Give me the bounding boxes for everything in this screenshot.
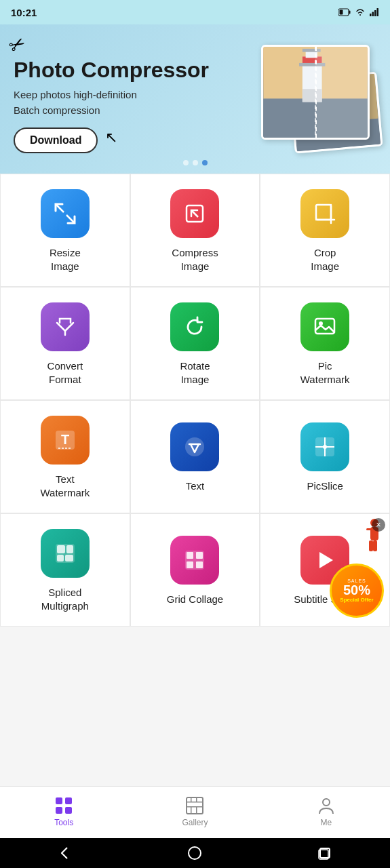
svg-point-36 — [185, 437, 204, 456]
svg-rect-2 — [340, 10, 343, 15]
tool-label-compress-image: Compress Image — [172, 246, 218, 273]
status-bar: 10:21 — [0, 0, 390, 24]
svg-rect-4 — [372, 12, 374, 17]
banner-title: Photo Compressor — [14, 58, 376, 82]
dot-3 — [202, 160, 208, 165]
nav-item-gallery[interactable]: Gallery — [168, 793, 221, 830]
tool-item-pic-watermark[interactable]: Pic Watermark — [260, 287, 390, 400]
svg-rect-3 — [370, 14, 372, 16]
system-nav — [0, 838, 390, 868]
bottom-nav: Tools Gallery Me — [0, 786, 390, 838]
svg-rect-45 — [57, 555, 64, 561]
svg-rect-68 — [191, 806, 192, 814]
svg-rect-46 — [65, 555, 73, 561]
svg-rect-67 — [187, 806, 203, 808]
svg-rect-59 — [56, 797, 62, 804]
tool-item-subtitle-stitch[interactable]: Subtitle Stitch× SALES 50% Special Offer — [260, 513, 390, 627]
tool-item-compress-image[interactable]: Compress Image — [130, 174, 260, 287]
svg-rect-43 — [57, 545, 65, 553]
svg-rect-62 — [65, 807, 72, 814]
svg-rect-63 — [187, 797, 203, 814]
svg-rect-1 — [349, 11, 351, 14]
svg-rect-51 — [196, 561, 203, 568]
status-icons — [338, 8, 379, 16]
tool-item-spliced-multigraph[interactable]: Spliced Multigraph — [0, 513, 130, 627]
tools-grid: Resize ImageCompress ImageCrop ImageConv… — [0, 174, 390, 627]
svg-rect-58 — [373, 540, 377, 551]
home-button[interactable] — [182, 841, 207, 865]
tool-item-text[interactable]: Text — [130, 400, 260, 513]
nav-label-me: Me — [320, 818, 332, 827]
tool-item-convert-format[interactable]: Convert Format — [0, 287, 130, 400]
tool-icon-compress-image — [170, 189, 219, 238]
svg-line-23 — [56, 204, 64, 212]
tool-icon-text-watermark: T — [41, 416, 90, 465]
svg-text:T: T — [61, 432, 69, 447]
tool-icon-picslice — [300, 422, 349, 471]
tool-label-pic-watermark: Pic Watermark — [300, 359, 350, 386]
svg-rect-20 — [303, 49, 321, 52]
svg-rect-55 — [366, 528, 372, 530]
gallery-icon — [185, 796, 204, 815]
tool-label-text: Text — [186, 479, 205, 493]
special-offer-percent: 50% — [343, 583, 370, 597]
recents-button[interactable] — [313, 841, 337, 865]
tool-item-rotate-image[interactable]: Rotate Image — [130, 287, 260, 400]
svg-rect-66 — [196, 797, 197, 802]
tool-icon-grid-collage — [170, 536, 219, 585]
svg-rect-31 — [315, 319, 334, 334]
svg-rect-61 — [56, 807, 62, 814]
tool-label-picslice: PicSlice — [307, 479, 343, 493]
svg-rect-69 — [196, 806, 197, 814]
nav-item-me[interactable]: Me — [303, 793, 349, 830]
tool-item-grid-collage[interactable]: Grid Collage — [130, 513, 260, 627]
wifi-icon — [355, 8, 366, 16]
signal-icon — [370, 8, 379, 16]
tool-label-resize-image: Resize Image — [50, 246, 81, 273]
banner: ✂ Photo Compressor Keep photos high-defi… — [0, 24, 390, 174]
special-offer-text: Special Offer — [340, 597, 373, 603]
tool-icon-crop-image — [300, 189, 349, 238]
svg-rect-49 — [196, 552, 203, 559]
tool-item-text-watermark[interactable]: TText Watermark — [0, 400, 130, 513]
scissors-icon: ✂ — [5, 31, 29, 58]
svg-point-70 — [323, 799, 330, 806]
nav-label-tools: Tools — [54, 818, 73, 827]
svg-rect-64 — [187, 802, 203, 803]
tool-item-picslice[interactable]: PicSlice — [260, 400, 390, 513]
svg-rect-57 — [369, 540, 373, 551]
svg-rect-5 — [374, 10, 376, 16]
tool-label-grid-collage: Grid Collage — [167, 593, 223, 606]
svg-line-24 — [66, 215, 75, 223]
svg-point-71 — [189, 847, 201, 859]
tool-icon-resize-image — [41, 189, 90, 238]
tool-label-crop-image: Crop Image — [311, 246, 339, 273]
banner-dots — [183, 160, 208, 165]
tools-icon — [54, 796, 73, 815]
svg-rect-27 — [316, 205, 331, 220]
status-time: 10:21 — [11, 7, 37, 18]
svg-rect-44 — [66, 545, 73, 553]
tool-item-crop-image[interactable]: Crop Image — [260, 174, 390, 287]
battery-icon — [338, 8, 351, 16]
tool-label-convert-format: Convert Format — [47, 359, 83, 386]
cursor-arrow: ↖ — [105, 129, 117, 146]
tool-icon-pic-watermark — [300, 302, 349, 351]
tool-label-rotate-image: Rotate Image — [180, 359, 210, 386]
back-button[interactable] — [53, 841, 77, 865]
special-offer-badge: SALES 50% Special Offer — [330, 564, 384, 618]
tool-icon-rotate-image — [170, 302, 219, 351]
svg-point-41 — [323, 445, 327, 449]
svg-line-26 — [191, 210, 198, 217]
svg-rect-65 — [191, 797, 192, 802]
dot-1 — [183, 160, 189, 165]
banner-subtitle: Keep photos high-definition Batch compre… — [14, 87, 376, 118]
tool-icon-spliced-multigraph — [41, 529, 90, 578]
nav-item-tools[interactable]: Tools — [41, 793, 87, 830]
svg-rect-48 — [187, 552, 193, 559]
svg-rect-6 — [377, 8, 379, 16]
download-button[interactable]: Download — [14, 127, 98, 153]
tool-item-resize-image[interactable]: Resize Image — [0, 174, 130, 287]
tool-label-spliced-multigraph: Spliced Multigraph — [41, 586, 89, 612]
me-icon — [317, 796, 336, 815]
